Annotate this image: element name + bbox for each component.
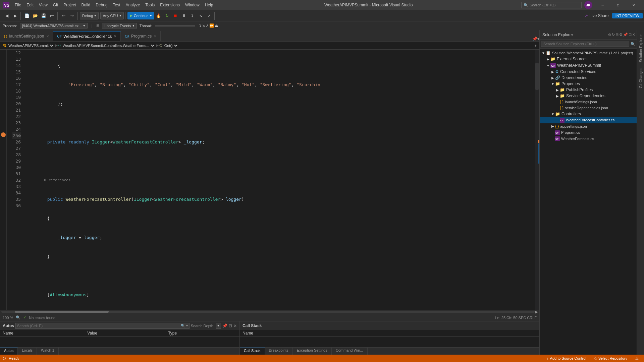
tree-item-appsettings[interactable]: ▶ { } appsettings.json [540, 123, 637, 129]
zoom-level[interactable]: 100 % [3, 316, 13, 320]
solution-search-input[interactable] [541, 41, 629, 47]
tree-item-controllers[interactable]: ▼ 📁 Controllers [540, 111, 637, 117]
int-preview-button[interactable]: INT PREVIEW [612, 13, 643, 18]
autos-search-dropdown[interactable]: ▾ [186, 324, 188, 327]
menu-window[interactable]: Window [182, 2, 202, 8]
tree-item-weather-forecast[interactable]: C# WeatherForecast.cs [540, 136, 637, 142]
debug-nav-3[interactable]: ↗ [206, 23, 209, 28]
step-into-button[interactable]: ↘ [197, 12, 205, 20]
autos-search-field[interactable] [17, 324, 179, 328]
tree-item-service-deps-json[interactable]: { } serviceDependencies.json [540, 105, 637, 111]
tab-weather-controller[interactable]: C# WeatherForec...ontroller.cs ✕ [53, 31, 121, 41]
breadcrumb-namespace[interactable]: WeatherAPIMVPSummit.Controllers.WeatherF… [61, 43, 155, 48]
forward-button[interactable]: ▶ [11, 12, 19, 20]
tab-exception-settings[interactable]: Exception Settings [293, 348, 332, 355]
autos-close[interactable]: ✕ [233, 323, 237, 328]
sidebar-tab-git-changes[interactable]: Git Changes [638, 65, 643, 91]
tab-close-0[interactable]: ✕ [46, 35, 49, 38]
step-over-button[interactable]: ⤵ [188, 12, 196, 20]
breadcrumb-add-button[interactable]: + [535, 44, 537, 48]
tab-program[interactable]: C# Program.cs ✕ [121, 31, 161, 41]
continue-button[interactable]: ▶Continue▾ [127, 12, 154, 19]
breadcrumb-member[interactable]: Get() [163, 43, 178, 48]
minimap-thumb[interactable] [535, 63, 539, 90]
source-control-button[interactable]: ↑ Add to Source Control [544, 356, 589, 360]
menu-extensions[interactable]: Extensions [157, 2, 182, 8]
process-dropdown[interactable]: [9404] WeatherAPIMVPSummit.ex...▾ [20, 23, 88, 28]
minimize-button[interactable]: ─ [595, 0, 610, 10]
undo-button[interactable]: ↩ [60, 12, 68, 20]
tab-launch-settings[interactable]: { } launchSettings.json ✕ [0, 31, 53, 41]
thread-dropdown[interactable] [155, 25, 195, 26]
new-file-button[interactable]: 📄 [23, 12, 31, 20]
lifecycle-dropdown[interactable]: Lifecycle Events▾ [102, 23, 137, 28]
sol-float-btn[interactable]: ⊡ [629, 33, 632, 37]
tree-item-service-deps[interactable]: ▶ 📁 ServiceDependencies [540, 93, 637, 99]
menu-build[interactable]: Build [79, 2, 93, 8]
tab-autos[interactable]: Autos [0, 348, 18, 355]
menu-test[interactable]: Test [110, 2, 123, 8]
menu-project[interactable]: Project [61, 2, 78, 8]
sol-filter-btn[interactable]: ⊙ [608, 33, 611, 37]
tab-command-window[interactable]: Command Win... [332, 348, 368, 355]
menu-tools[interactable]: Tools [143, 2, 157, 8]
tab-close-1[interactable]: ✕ [114, 35, 116, 38]
menu-edit[interactable]: Edit [24, 2, 36, 8]
search-box[interactable]: 🔍 Search (Ctrl+Q) [521, 2, 582, 8]
restart-button[interactable]: ↻ [163, 12, 171, 20]
tab-close-2[interactable]: ✕ [154, 35, 156, 38]
back-button[interactable]: ◀ [3, 12, 11, 20]
sol-settings-btn[interactable]: ⚙ [619, 33, 623, 37]
tree-item-dependencies[interactable]: ▶ 🔗 Dependencies [540, 75, 637, 81]
sidebar-tab-solution-explorer[interactable]: Solution Explorer [638, 32, 643, 65]
menu-git[interactable]: Git [50, 2, 61, 8]
redo-button[interactable]: ↪ [68, 12, 76, 20]
tab-callstack[interactable]: Call Stack [240, 348, 265, 355]
save-button[interactable]: 💾 [40, 12, 48, 20]
user-avatar[interactable]: JK [584, 1, 592, 9]
autos-search-input[interactable]: 🔍 ▾ [15, 323, 190, 329]
sol-collapse-btn[interactable]: ⊟ [615, 33, 619, 37]
sol-sync-btn[interactable]: ↻ [612, 33, 615, 37]
tab-breakpoints[interactable]: Breakpoints [265, 348, 293, 355]
stop-button[interactable]: ⏹ [171, 12, 179, 20]
tree-item-properties[interactable]: ▼ 📁 Properties [540, 81, 637, 87]
warnings-button[interactable]: ⚠ [633, 356, 641, 361]
sol-close-btn[interactable]: ✕ [632, 33, 635, 37]
pause-button[interactable]: ⏸ [180, 12, 188, 20]
debug-nav-5[interactable]: ⏏ [215, 23, 218, 28]
save-all-button[interactable]: 🗃 [48, 12, 56, 20]
tree-item-program[interactable]: C# Program.cs [540, 129, 637, 136]
sol-pin-btn[interactable]: 📌 [623, 33, 628, 37]
debug-nav-2[interactable]: ↘ [202, 23, 205, 28]
menu-view[interactable]: View [36, 2, 50, 8]
tree-item-project[interactable]: ▼ C# WeatherAPIMVPSummit [540, 62, 637, 69]
hot-reload-button[interactable]: 🔥 [155, 12, 163, 20]
code-content[interactable]: { "Freezing", "Bracing", "Chilly", "Cool… [23, 50, 535, 310]
tab-pin-button[interactable]: 📌 [532, 37, 537, 41]
open-file-button[interactable]: 📂 [31, 12, 39, 20]
debug-config-dropdown[interactable]: Debug▾ [80, 12, 99, 19]
tree-item-weather-controller[interactable]: C# WeatherForecastController.cs [540, 117, 637, 123]
autos-float[interactable]: ⊡ [229, 323, 232, 328]
tree-item-external-sources[interactable]: ▶ 📁 External Sources [540, 56, 637, 62]
search-depth-dropdown[interactable]: ▾ [216, 323, 221, 329]
menu-file[interactable]: File [12, 2, 24, 8]
tree-item-launch-settings[interactable]: { } launchSettings.json [540, 99, 637, 105]
close-button[interactable]: ✕ [626, 0, 641, 10]
code-editor[interactable]: 12 13 14 15 16 17 18 19 20 21 22 23 24 2… [0, 50, 539, 310]
menu-debug[interactable]: Debug [93, 2, 110, 8]
tree-item-publish-profiles[interactable]: ▶ 📁 PublishProfiles [540, 87, 637, 93]
live-share-button[interactable]: ↗ Live Share [582, 13, 611, 19]
menu-help[interactable]: Help [202, 2, 216, 8]
cpu-config-dropdown[interactable]: Any CPU▾ [100, 12, 123, 19]
select-repository-button[interactable]: ◇ Select Repository [592, 356, 630, 361]
tab-locals[interactable]: Locals [18, 348, 37, 355]
debug-nav-4[interactable]: ⏩ [209, 23, 214, 28]
menu-analyze[interactable]: Analyze [123, 2, 143, 8]
tree-item-connected-services[interactable]: ▶ ⚙ Connected Services [540, 69, 637, 75]
debug-nav-1[interactable]: ⤵ [199, 23, 201, 28]
scroll-right-btn[interactable]: ▶ [535, 310, 538, 314]
breadcrumb-project[interactable]: WeatherAPIMVPSummit [7, 43, 54, 48]
horizontal-scrollbar[interactable]: ▶ [0, 310, 539, 314]
